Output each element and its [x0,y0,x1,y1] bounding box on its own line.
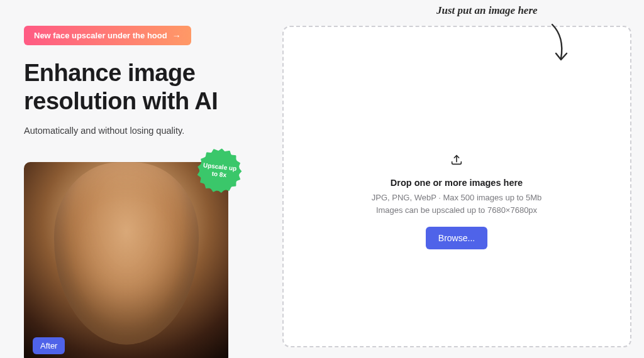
example-image-card: Upscale up to 8x After [24,162,228,358]
page-subtitle: Automatically and without losing quality… [24,126,250,136]
example-image: After [24,162,228,358]
dropzone-formats: JPG, PNG, WebP · Max 500 images up to 5M… [372,192,541,204]
handwritten-note: Just put an image here [436,4,538,17]
announcement-text: New face upscaler under the hood [34,31,167,40]
dropzone-title: Drop one or more images here [391,178,523,188]
announcement-badge[interactable]: New face upscaler under the hood → [24,26,191,45]
browse-button[interactable]: Browse... [426,227,487,249]
after-label: After [33,337,65,354]
page-headline: Enhance image resolution with AI [24,59,250,116]
dropzone-resolution: Images can be upscaled up to 7680×7680px [376,204,537,217]
upload-icon [450,153,464,169]
upload-dropzone[interactable]: Drop one or more images here JPG, PNG, W… [282,26,631,347]
handdrawn-arrow-icon [543,22,575,67]
arrow-right-icon: → [172,31,181,40]
